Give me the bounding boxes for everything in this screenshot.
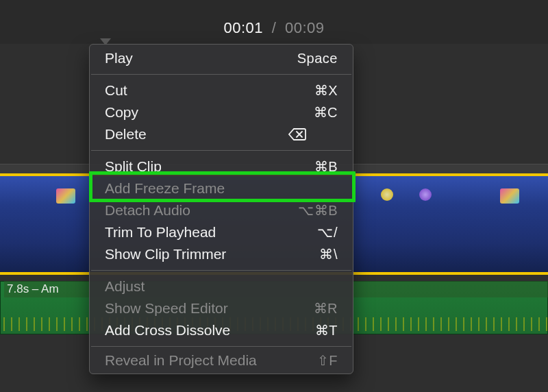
menu-shortcut: ⌘\ [288, 243, 338, 265]
menu-delete[interactable]: Delete [90, 123, 353, 145]
menu-adjust: Adjust [90, 275, 353, 297]
context-menu[interactable]: Play Space Cut ⌘X Copy ⌘C Delete Split C… [89, 44, 353, 374]
menu-label: Cut [105, 79, 127, 101]
delete-backspace-icon [288, 128, 338, 140]
clip-thumb-icon [381, 188, 393, 201]
menu-label: Delete [105, 123, 147, 145]
menu-shortcut: ⌘X [288, 79, 338, 101]
menu-shortcut: ⌘T [288, 319, 338, 341]
menu-shortcut: ⇧F [288, 352, 338, 369]
menu-shortcut: ⌘B [288, 156, 338, 177]
menu-trim-to-playhead[interactable]: Trim To Playhead ⌥/ [90, 221, 353, 243]
menu-label: Show Clip Trimmer [105, 243, 226, 265]
menu-shortcut: ⌥⌘B [288, 199, 338, 221]
menu-show-speed-editor: Show Speed Editor ⌘R [90, 297, 353, 319]
menu-label: Adjust [105, 275, 145, 297]
menu-separator [91, 270, 351, 271]
menu-label: Show Speed Editor [105, 297, 228, 319]
menu-label: Reveal in Project Media [105, 352, 257, 369]
menu-shortcut: ⌥/ [288, 221, 338, 243]
time-total: 00:09 [285, 19, 325, 36]
menu-shortcut: Space [288, 47, 338, 69]
menu-separator [91, 74, 351, 75]
menu-show-clip-trimmer[interactable]: Show Clip Trimmer ⌘\ [90, 243, 353, 265]
time-separator: / [268, 19, 281, 36]
clip-thumb-icon [56, 188, 75, 204]
menu-shortcut: ⌘C [288, 101, 338, 123]
menu-separator [91, 346, 351, 347]
menu-reveal-in-project-media: Reveal in Project Media ⇧F [90, 352, 353, 369]
menu-split-clip[interactable]: Split Clip ⌘B [90, 156, 353, 177]
menu-label: Copy [105, 101, 138, 123]
menu-detach-audio: Detach Audio ⌥⌘B [90, 199, 353, 221]
menu-add-cross-dissolve[interactable]: Add Cross Dissolve ⌘T [90, 319, 353, 341]
menu-play[interactable]: Play Space [90, 47, 353, 69]
time-display: 00:01 / 00:09 [224, 19, 325, 37]
top-bar: 00:01 / 00:09 [0, 0, 548, 44]
menu-label: Split Clip [105, 156, 162, 177]
menu-cut[interactable]: Cut ⌘X [90, 79, 353, 101]
clip-thumb-icon [419, 188, 432, 201]
menu-label: Add Cross Dissolve [105, 319, 230, 341]
clip-thumb-icon [500, 188, 519, 204]
menu-shortcut: ⌘R [288, 297, 338, 319]
menu-label: Add Freeze Frame [105, 177, 225, 199]
menu-separator [91, 150, 351, 151]
menu-add-freeze-frame: Add Freeze Frame [90, 177, 353, 199]
time-current: 00:01 [224, 19, 264, 36]
menu-label: Trim To Playhead [105, 221, 216, 243]
menu-label: Play [105, 47, 133, 69]
menu-copy[interactable]: Copy ⌘C [90, 101, 353, 123]
menu-label: Detach Audio [105, 199, 190, 221]
